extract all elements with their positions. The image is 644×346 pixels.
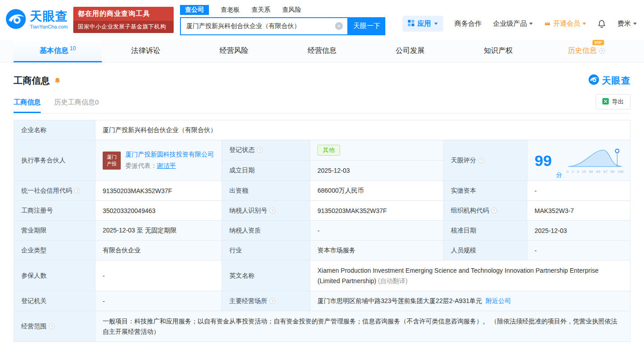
section-watermark-logo: 天眼查: [588, 74, 630, 87]
field-label-insured-count: 参保人数: [14, 261, 95, 291]
field-label-taxpayer-id: 纳税人识别号?: [222, 201, 310, 221]
enterprise-products-link[interactable]: 企业级产品: [493, 19, 533, 28]
tab-company-development[interactable]: 公司发展: [366, 40, 454, 62]
field-value-insured-count: -: [95, 261, 222, 291]
search-tab-relation[interactable]: 查关系: [251, 6, 270, 14]
field-value-company-name: 厦门产投新兴科创合伙企业（有限合伙）: [95, 120, 630, 140]
subtab-business-info[interactable]: 工商信息: [14, 98, 41, 113]
field-label-industry: 行业: [222, 241, 310, 261]
tab-intellectual-property[interactable]: 知识产权: [454, 40, 542, 62]
field-value-business-scope: 一般项目：科技推广和应用服务；以自有资金从事投资活动；自有资金投资的资产管理服务…: [95, 311, 630, 342]
help-icon[interactable]: ?: [49, 323, 55, 329]
partner-company-link[interactable]: 厦门产投新圆科技投资有限公司: [125, 151, 214, 159]
search-button[interactable]: 天眼一下: [348, 17, 385, 35]
user-menu[interactable]: 费米: [617, 19, 637, 28]
tab-operation-info[interactable]: 经营信息: [278, 40, 366, 62]
top-header: 天眼查 TianYanCha.com 都在用的商业查询工具 国家中小企业发展子基…: [0, 0, 644, 40]
field-label-business-scope: 经营范围?: [14, 311, 95, 342]
chevron-down-icon: [633, 23, 637, 25]
tab-history-info[interactable]: 历史信息 VIP ?: [542, 40, 630, 62]
chevron-down-icon: [434, 23, 438, 25]
field-label-org-code: 组织机构代码?: [444, 201, 527, 221]
help-icon[interactable]: ?: [257, 147, 263, 153]
notification-bell-icon[interactable]: [597, 19, 606, 28]
field-value-approval-date: 2025-12-03: [527, 221, 630, 241]
search-type-tabs: 查公司 查老板 查关系 查风险: [180, 5, 385, 15]
field-label-tianyan-score: 天眼评分?: [444, 140, 527, 181]
tianyancha-company-page: 天眼查 TianYanCha.com 都在用的商业查询工具 国家中小企业发展子基…: [0, 0, 644, 346]
tab-basic-info[interactable]: 基本信息 10: [14, 40, 102, 62]
field-label-establish-date: 成立日期: [222, 161, 310, 181]
company-nav-tabs: 基本信息 10 法律诉讼 经营风险 经营信息 公司发展 知识产权 历史信息 VI…: [0, 40, 644, 62]
promo-line-1: 都在用的商业查询工具: [73, 7, 174, 21]
field-value-establish-date: 2025-12-03: [310, 161, 443, 181]
field-value-staff-scale: -: [527, 241, 630, 261]
help-icon[interactable]: ?: [270, 208, 275, 213]
search-input[interactable]: [181, 23, 335, 30]
field-label-paid-in-capital: 实缴资本: [444, 181, 527, 201]
section-title: 工商信息: [14, 75, 50, 87]
field-label-english-name: 英文名称: [222, 261, 310, 291]
clear-search-icon[interactable]: ×: [335, 22, 343, 30]
apps-grid-icon: [408, 20, 414, 28]
status-date-subgrid: 登记状态? 其他 成立日期 2025-12-03: [222, 140, 444, 181]
status-badge: 其他: [317, 145, 340, 156]
field-label-executive-partner: 执行事务合伙人: [14, 140, 95, 181]
field-label-company-name: 企业名称: [14, 120, 95, 140]
crown-icon: [544, 20, 551, 28]
subtab-row: 工商信息 历史工商信息0 导出: [14, 94, 630, 114]
field-value-taxpayer-id: 91350203MAK352W37F: [310, 201, 444, 221]
field-value-taxpayer-qualification: -: [310, 221, 444, 241]
field-label-company-type: 企业类型: [14, 241, 95, 261]
field-value-paid-in-capital: -: [527, 181, 630, 201]
field-label-taxpayer-qualification: 纳税人资质: [222, 221, 310, 241]
field-value-reg-status: 其他: [310, 140, 443, 161]
field-value-industry: 资本市场服务: [310, 241, 444, 261]
subtab-history-business-info[interactable]: 历史工商信息0: [54, 98, 99, 113]
field-value-executive-partner: 厦门 产投 厦门产投新圆科技投资有限公司 委派代表：谢洁平: [95, 140, 222, 181]
delegate-name-link[interactable]: 谢洁平: [157, 162, 176, 169]
tab-count-badge: 10: [70, 45, 76, 52]
section-header: 工商信息 天眼查: [0, 62, 644, 87]
score-value: 99: [535, 153, 552, 168]
field-value-capital: 686000万人民币: [310, 181, 444, 201]
field-label-business-term: 营业期限: [14, 221, 95, 241]
search-tab-company[interactable]: 查公司: [180, 5, 209, 15]
subscribe-bell-icon[interactable]: [54, 77, 61, 84]
apps-menu[interactable]: 应用: [402, 16, 443, 32]
tab-legal-litigation[interactable]: 法律诉讼: [102, 40, 190, 62]
field-value-credit-code: 91350203MAK352W37F: [95, 181, 222, 201]
tianyancha-eye-icon: [588, 74, 599, 87]
tianyancha-logo[interactable]: 天眼查 TianYanCha.com: [5, 9, 68, 31]
help-icon[interactable]: ?: [478, 157, 484, 163]
tianyancha-eye-icon: [5, 9, 26, 31]
auto-translate-note: (自动翻译): [378, 277, 407, 284]
business-cooperation-link[interactable]: 商务合作: [455, 19, 482, 28]
tab-operation-risk[interactable]: 经营风险: [190, 40, 278, 62]
score-axis: 0131550839799100: [567, 170, 624, 174]
field-value-reg-number: 350203320049463: [95, 201, 222, 221]
field-value-reg-authority: -: [95, 291, 222, 311]
partner-company-logo[interactable]: 厦门 产投: [103, 152, 121, 170]
search-area: 查公司 查老板 查关系 查风险 × 天眼一下: [180, 5, 385, 35]
help-icon[interactable]: ?: [74, 188, 80, 194]
promo-line-2: 国家中小企业发展子基金旗下机构: [73, 21, 174, 33]
nearby-companies-link[interactable]: 附近公司: [486, 297, 511, 305]
promo-banner: 都在用的商业查询工具 国家中小企业发展子基金旗下机构: [73, 7, 174, 33]
field-label-reg-authority: 登记机关: [14, 291, 95, 311]
search-tab-risk[interactable]: 查风险: [282, 6, 301, 14]
field-label-capital: 出资额: [222, 181, 310, 201]
help-icon[interactable]: ?: [270, 298, 275, 304]
username: 费米: [617, 19, 631, 28]
header-right-nav: 应用 商务合作 企业级产品 开通会员: [402, 16, 637, 32]
help-icon[interactable]: ?: [599, 48, 605, 54]
help-icon[interactable]: ?: [491, 208, 497, 213]
field-value-business-address: 厦门市思明区前埔中路323号莲前集团大厦22层2-A931单元 附近公司: [310, 291, 630, 311]
chevron-down-icon: [582, 23, 586, 25]
export-button[interactable]: 导出: [596, 94, 630, 109]
delegate-prefix: 委派代表：: [125, 162, 157, 169]
open-membership-link[interactable]: 开通会员: [544, 19, 586, 28]
field-label-reg-status: 登记状态?: [222, 140, 310, 161]
search-tab-boss[interactable]: 查老板: [221, 6, 240, 14]
field-value-business-term: 2025-12-03 至 无固定期限: [95, 221, 222, 241]
